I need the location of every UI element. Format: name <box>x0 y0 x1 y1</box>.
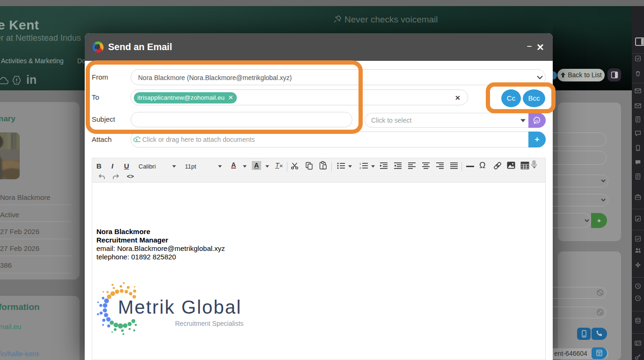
svg-text:2: 2 <box>359 167 361 169</box>
svg-text:1: 1 <box>359 162 361 165</box>
